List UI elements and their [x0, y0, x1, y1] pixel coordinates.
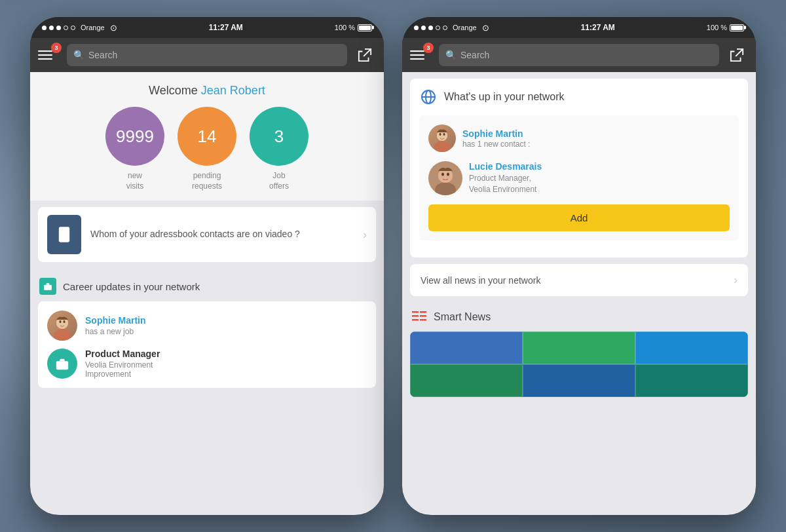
battery-bar	[358, 24, 372, 31]
menu-button-right[interactable]: 3	[410, 44, 432, 66]
stat-circle-visits: 9999	[105, 107, 164, 166]
news-image-grid	[410, 332, 748, 397]
stat-visits[interactable]: 9999 newvisits	[105, 107, 164, 191]
welcome-section: Welcome Jean Robert 9999 newvisits 14	[30, 72, 384, 200]
status-bar-right: Orange ⊙ 11:27 AM 100 %	[402, 17, 756, 38]
add-button[interactable]: Add	[428, 204, 730, 231]
stat-requests[interactable]: 14 pendingrequests	[178, 107, 236, 191]
svg-point-5	[54, 329, 71, 341]
signal-dot-r3	[428, 26, 433, 30]
status-bar-left: Orange ⊙ 11:27 AM 100 %	[30, 17, 384, 38]
news-cell-3	[635, 332, 748, 364]
network-card: What's up in your network	[410, 79, 748, 257]
news-cell-4	[410, 364, 523, 397]
menu-badge-left: 3	[51, 43, 62, 53]
news-cell-2	[523, 332, 635, 364]
welcome-text: Welcome Jean Robert	[41, 84, 373, 98]
signal-dot-r4	[436, 26, 440, 30]
sophie-face-right	[428, 124, 456, 152]
sophie-name-right: Sophie Martin	[462, 128, 730, 139]
globe-icon	[419, 88, 438, 106]
left-phone: Orange ⊙ 11:27 AM 100 % 3 🔍 Search	[30, 17, 384, 515]
status-right-right: 100 %	[707, 24, 744, 31]
smart-news-section: Smart News	[410, 303, 748, 397]
news-cell-1	[410, 332, 523, 364]
svg-rect-29	[420, 319, 426, 321]
menu-button-left[interactable]: 3	[38, 44, 60, 66]
svg-rect-24	[412, 311, 419, 313]
sophie-avatar-right	[428, 124, 456, 152]
smart-news-title: Smart News	[434, 311, 491, 323]
sophie-face-left	[47, 311, 77, 341]
addressbook-card[interactable]: Whom of your adressbook contacts are on …	[38, 207, 376, 262]
stat-label-jobs: Joboffers	[269, 171, 289, 191]
network-title: What's up in your network	[444, 91, 565, 103]
menu-line-r1	[410, 50, 424, 52]
search-bar-left[interactable]: 🔍 Search	[67, 44, 347, 66]
export-icon-right	[730, 48, 744, 62]
stats-row: 9999 newvisits 14 pendingrequests 3	[41, 107, 373, 191]
stat-circle-jobs: 3	[250, 107, 309, 166]
view-all-arrow: ›	[734, 273, 738, 287]
svg-point-20	[435, 182, 456, 195]
job-briefcase-icon	[55, 356, 69, 371]
right-phone-content: What's up in your network	[402, 72, 756, 515]
addressbook-icon	[47, 215, 81, 254]
globe-svg	[421, 89, 436, 105]
battery-bar-right	[730, 24, 744, 31]
svg-point-17	[440, 133, 441, 136]
sophie-subtitle-left: has a new job	[85, 327, 367, 336]
battery-fill-right	[731, 26, 743, 30]
signal-dot-4	[64, 26, 68, 30]
career-card: Sophie Martin has a new job Product Mana…	[38, 301, 376, 388]
right-phone: Orange ⊙ 11:27 AM 100 % 3 🔍 Search	[402, 17, 756, 515]
search-bar-right[interactable]: 🔍 Search	[439, 44, 719, 66]
sophie-contact-info: Sophie Martin has 1 new contact :	[462, 128, 730, 149]
welcome-greeting: Welcome	[149, 84, 201, 97]
svg-line-10	[736, 49, 743, 56]
svg-point-18	[443, 133, 445, 136]
export-button-right[interactable]	[726, 44, 748, 66]
status-time-left: 11:27 AM	[209, 23, 243, 32]
menu-badge-right: 3	[423, 43, 434, 53]
view-all-row[interactable]: View all news in your network ›	[410, 264, 748, 296]
svg-rect-9	[56, 362, 68, 370]
signal-dot-3	[56, 26, 61, 30]
welcome-name: Jean Robert	[201, 84, 265, 97]
svg-point-15	[434, 141, 450, 152]
sophie-avatar-left	[47, 311, 77, 341]
toolbar-right: 3 🔍 Search	[402, 38, 756, 72]
svg-rect-25	[420, 311, 426, 313]
job-row: Product Manager Veolia EnvironmentImprov…	[47, 349, 367, 379]
job-title: Product Manager	[85, 349, 367, 359]
addressbook-text: Whom of your adressbook contacts are on …	[90, 228, 354, 241]
wifi-icon: ⊙	[110, 23, 117, 33]
status-left-right: Orange ⊙	[414, 23, 489, 33]
news-image	[410, 332, 748, 397]
sophie-update-text: has 1 new contact :	[462, 140, 730, 149]
carrier-label: Orange	[81, 24, 105, 31]
signal-dot-2	[49, 26, 54, 30]
menu-line-2	[38, 54, 52, 56]
status-left: Orange ⊙	[42, 23, 117, 33]
job-icon	[47, 349, 77, 379]
svg-point-23	[447, 173, 449, 176]
svg-point-7	[60, 320, 62, 323]
career-section-title: Career updates in your network	[63, 281, 200, 292]
svg-rect-28	[412, 319, 419, 321]
export-button-left[interactable]	[354, 44, 376, 66]
lucie-role: Product Manager,Veolia Environment	[469, 173, 730, 195]
stat-jobs[interactable]: 3 Joboffers	[250, 107, 309, 191]
stat-value-visits: 9999	[116, 126, 154, 147]
status-time-right: 11:27 AM	[581, 23, 615, 32]
stat-label-visits: newvisits	[126, 171, 144, 191]
battery-pct-right: 100 %	[707, 24, 727, 31]
menu-line-r3	[410, 58, 424, 60]
news-cell-6	[635, 364, 748, 397]
menu-line-1	[38, 50, 52, 52]
phones-container: Orange ⊙ 11:27 AM 100 % 3 🔍 Search	[30, 17, 756, 515]
status-right-left: 100 %	[335, 24, 372, 31]
sophie-name-left: Sophie Martin	[85, 315, 367, 326]
smart-news-header: Smart News	[410, 303, 748, 332]
signal-dot-5	[71, 26, 75, 30]
